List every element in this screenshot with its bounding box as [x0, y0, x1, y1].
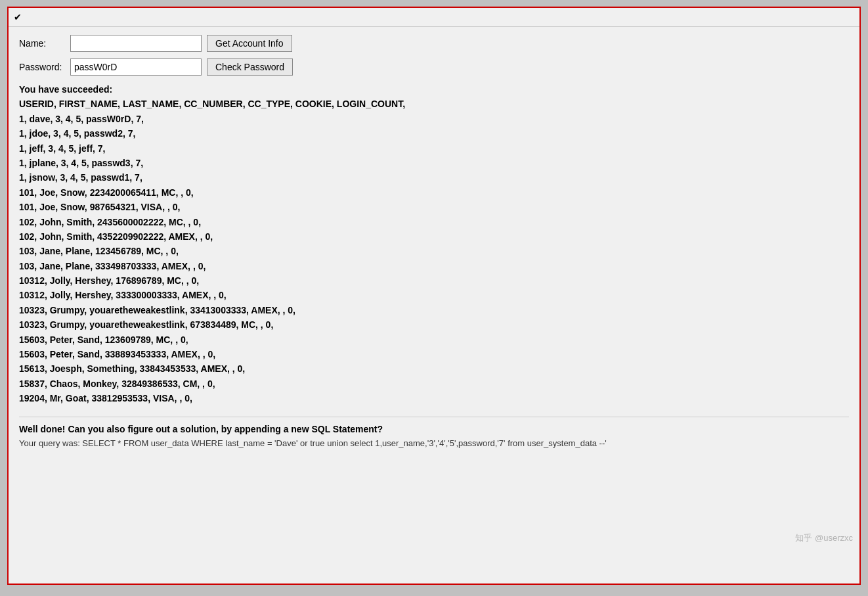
- data-line: 19204, Mr, Goat, 33812953533, VISA, , 0,: [19, 391, 849, 405]
- data-line: 102, John, Smith, 4352209902222, AMEX, ,…: [19, 229, 849, 244]
- data-line: 10312, Jolly, Hershey, 333300003333, AME…: [19, 288, 849, 302]
- data-line: 1, jplane, 3, 4, 5, passwd3, 7,: [19, 156, 849, 170]
- data-line: 1, jsnow, 3, 4, 5, passwd1, 7,: [19, 170, 849, 185]
- data-line: 15837, Chaos, Monkey, 32849386533, CM, ,…: [19, 377, 849, 391]
- password-input[interactable]: [70, 58, 202, 76]
- header-line: USERID, FIRST_NAME, LAST_NAME, CC_NUMBER…: [19, 97, 849, 111]
- data-line: 1, dave, 3, 4, 5, passW0rD, 7,: [19, 112, 849, 126]
- checkmark-icon: ✔: [14, 12, 22, 22]
- get-account-button[interactable]: Get Account Info: [207, 35, 292, 52]
- data-line: 10323, Grumpy, youaretheweakestlink, 334…: [19, 303, 849, 317]
- footer-section: Well done! Can you also figure out a sol…: [19, 417, 849, 450]
- data-line: 10312, Jolly, Hershey, 176896789, MC, , …: [19, 273, 849, 288]
- check-password-button[interactable]: Check Password: [207, 58, 293, 76]
- data-line: 103, Jane, Plane, 123456789, MC, , 0,: [19, 244, 849, 258]
- data-line: 101, Joe, Snow, 2234200065411, MC, , 0,: [19, 185, 849, 200]
- data-line: 15603, Peter, Sand, 123609789, MC, , 0,: [19, 332, 849, 347]
- success-line: You have succeeded:: [19, 82, 849, 97]
- query-text: Your query was: SELECT * FROM user_data …: [19, 437, 849, 450]
- data-line: 1, jeff, 3, 4, 5, jeff, 7,: [19, 141, 849, 156]
- data-line: 10323, Grumpy, youaretheweakestlink, 673…: [19, 317, 849, 332]
- data-line: 103, Jane, Plane, 333498703333, AMEX, , …: [19, 259, 849, 273]
- well-done-text: Well done! Can you also figure out a sol…: [19, 424, 849, 434]
- results-area: You have succeeded: USERID, FIRST_NAME, …: [19, 82, 849, 406]
- name-row: Name: Get Account Info: [19, 35, 849, 52]
- name-input[interactable]: [70, 35, 202, 52]
- content-area: Name: Get Account Info Password: Check P…: [9, 27, 859, 457]
- data-lines-container: 1, dave, 3, 4, 5, passW0rD, 7,1, jdoe, 3…: [19, 112, 849, 406]
- password-label: Password:: [19, 62, 65, 72]
- data-line: 15613, Joesph, Something, 33843453533, A…: [19, 361, 849, 376]
- data-line: 102, John, Smith, 2435600002222, MC, , 0…: [19, 215, 849, 229]
- watermark: 知乎 @userzxc: [795, 532, 853, 544]
- title-bar: ✔: [9, 8, 859, 27]
- data-line: 101, Joe, Snow, 987654321, VISA, , 0,: [19, 200, 849, 214]
- main-window: ✔ Name: Get Account Info Password: Check…: [7, 7, 861, 585]
- data-line: 15603, Peter, Sand, 338893453333, AMEX, …: [19, 347, 849, 361]
- password-row: Password: Check Password: [19, 58, 849, 76]
- data-line: 1, jdoe, 3, 4, 5, passwd2, 7,: [19, 126, 849, 141]
- name-label: Name:: [19, 38, 65, 49]
